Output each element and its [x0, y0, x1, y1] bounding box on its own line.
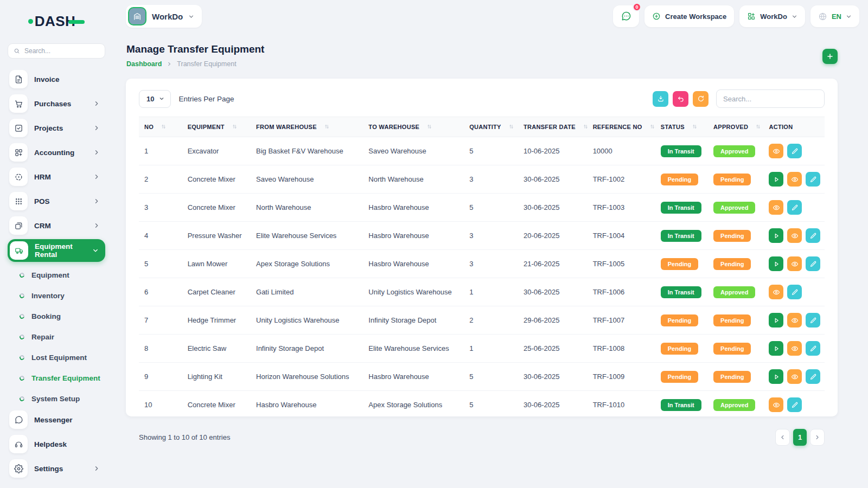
table-search-input[interactable] [716, 89, 825, 108]
sidebar-item-helpdesk[interactable]: Helpdesk [8, 433, 105, 455]
previous-page-button[interactable] [775, 429, 790, 446]
sidebar-subitem-lost-equipment[interactable]: Lost Equipment [8, 347, 105, 368]
view-button[interactable] [769, 144, 783, 158]
workspace-selector[interactable]: WorkDo [126, 5, 202, 28]
undo-button[interactable] [673, 91, 688, 107]
edit-button[interactable] [806, 256, 820, 271]
view-button[interactable] [787, 369, 802, 384]
sidebar-item-label: Messenger [34, 416, 100, 424]
view-button[interactable] [769, 200, 783, 215]
app-logo[interactable]: DASH [8, 12, 105, 30]
cell-action [763, 391, 825, 419]
sidebar-item-crm[interactable]: CRM [8, 215, 105, 236]
bullet-icon [19, 354, 25, 361]
sidebar-item-accounting[interactable]: Accounting [8, 142, 105, 163]
column-header-equipment[interactable]: EQUIPMENT [182, 117, 251, 137]
status-badge: Pending [661, 371, 698, 383]
cell-from-warehouse: Big Basket F&V Warehouse [251, 137, 363, 165]
start-transfer-button[interactable] [769, 341, 783, 356]
edit-button[interactable] [806, 228, 820, 243]
sidebar-item-label: CRM [34, 222, 87, 230]
column-header-transfer-date[interactable]: TRANSFER DATE [518, 117, 588, 137]
edit-button[interactable] [787, 397, 802, 412]
edit-button[interactable] [787, 285, 802, 299]
logo-dash-icon [68, 20, 85, 24]
cell-equipment: Electric Saw [182, 335, 251, 363]
chevron-down-icon [159, 96, 164, 101]
edit-button[interactable] [806, 313, 820, 328]
cell-no: 10 [139, 391, 182, 419]
export-button[interactable] [653, 91, 668, 107]
start-transfer-button[interactable] [769, 256, 783, 271]
column-header-from-warehouse[interactable]: FROM WAREHOUSE [251, 117, 363, 137]
column-header-reference-no[interactable]: REFERENCE NO [588, 117, 655, 137]
start-transfer-button[interactable] [769, 313, 783, 328]
page-number-active[interactable]: 1 [793, 429, 807, 446]
create-workspace-button[interactable]: Create Workspace [644, 5, 734, 27]
column-header-approved[interactable]: APPROVED [708, 117, 763, 137]
chevron-right-icon [93, 465, 100, 472]
language-selector[interactable]: EN [810, 5, 859, 27]
sidebar-search [8, 43, 105, 59]
entries-per-page-select[interactable]: 10 [139, 90, 171, 108]
edit-button[interactable] [806, 341, 820, 356]
globe-icon [818, 12, 827, 21]
edit-button[interactable] [806, 369, 820, 384]
messages-button[interactable]: 0 [613, 5, 639, 27]
hrm-icon-card [9, 168, 28, 186]
edit-icon [809, 345, 817, 352]
sidebar-subitem-inventory[interactable]: Inventory [8, 285, 105, 306]
view-button[interactable] [787, 256, 802, 271]
start-transfer-button[interactable] [769, 369, 783, 384]
view-button[interactable] [787, 172, 802, 187]
sidebar-item-hrm[interactable]: HRM [8, 166, 105, 188]
sidebar-item-messenger[interactable]: Messenger [8, 409, 105, 431]
workdo-menu-button[interactable]: WorkDo [739, 5, 805, 27]
start-transfer-button[interactable] [769, 228, 783, 243]
sidebar-item-projects[interactable]: Projects [8, 117, 105, 139]
next-page-button[interactable] [810, 429, 825, 446]
sidebar-subitem-label: Equipment [31, 271, 69, 279]
add-transfer-button[interactable] [822, 49, 838, 64]
cell-quantity: 1 [464, 335, 518, 363]
refresh-button[interactable] [693, 91, 709, 107]
view-button[interactable] [787, 313, 802, 328]
sidebar-subitem-system-setup[interactable]: System Setup [8, 388, 105, 409]
column-header-no[interactable]: NO [139, 117, 182, 137]
cell-transfer-date: 29-06-2025 [518, 306, 588, 335]
edit-button[interactable] [787, 144, 802, 158]
row-actions [769, 397, 819, 412]
cell-from-warehouse: Elite Warehouse Services [251, 222, 363, 250]
sidebar-item-pos[interactable]: POS [8, 190, 105, 212]
view-button[interactable] [787, 341, 802, 356]
sidebar-subitem-equipment[interactable]: Equipment [8, 265, 105, 285]
sidebar-subitem-transfer-equipment[interactable]: Transfer Equipment [8, 368, 105, 388]
approved-badge: Pending [713, 174, 751, 185]
breadcrumb-dashboard-link[interactable]: Dashboard [126, 60, 162, 68]
edit-button[interactable] [806, 172, 820, 187]
bullet-icon [19, 292, 25, 299]
sidebar-search-input[interactable] [24, 47, 99, 55]
edit-button[interactable] [787, 200, 802, 215]
language-code: EN [832, 12, 841, 21]
sidebar-item-invoice[interactable]: Invoice [8, 68, 105, 90]
column-header-to-warehouse[interactable]: TO WAREHOUSE [363, 117, 464, 137]
sidebar-subitem-booking[interactable]: Booking [8, 306, 105, 326]
view-button[interactable] [787, 228, 802, 243]
table-row: 3Concrete MixerNorth WarehouseHasbro War… [139, 194, 825, 222]
grid-plus-icon [747, 12, 756, 21]
cell-equipment: Pressure Washer [182, 222, 251, 250]
start-transfer-button[interactable] [769, 172, 783, 187]
sidebar-item-equipment-rental[interactable]: Equipment Rental [8, 239, 105, 262]
sidebar-subitem-repair[interactable]: Repair [8, 326, 105, 347]
status-badge: In Transit [661, 286, 701, 298]
cell-approved: Approved [708, 278, 763, 306]
column-header-quantity[interactable]: QUANTITY [464, 117, 518, 137]
view-button[interactable] [769, 397, 783, 412]
view-button[interactable] [769, 285, 783, 299]
column-header-label: QUANTITY [469, 124, 501, 130]
sidebar-subitem-label: Inventory [31, 292, 65, 300]
sidebar-item-settings[interactable]: Settings [8, 458, 105, 479]
column-header-status[interactable]: STATUS [655, 117, 708, 137]
sidebar-item-purchases[interactable]: Purchases [8, 93, 105, 114]
